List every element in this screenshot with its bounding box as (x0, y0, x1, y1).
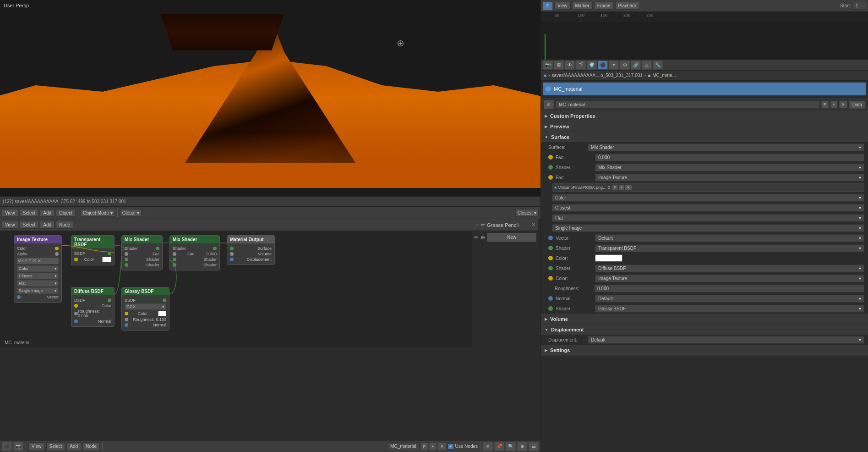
bottom-x-btn[interactable]: ✕ (438, 443, 446, 450)
color3-value[interactable]: Image Texture ▾ (595, 275, 864, 282)
volume-header[interactable]: ▶ Volume (541, 314, 868, 324)
timeline-toolbar[interactable]: ⏱ View Marker Frame Playback Start: 1 (541, 0, 868, 12)
socket-disp-in[interactable] (230, 258, 234, 261)
closest-dropdown[interactable]: Closest ▾ (552, 204, 864, 212)
bottom-add-btn[interactable]: Add (66, 442, 81, 450)
node-ctrl-row[interactable]: Vol 2 F ☑ ✕ (17, 258, 59, 264)
preview-section[interactable]: ▶ Preview (541, 121, 868, 132)
node-ggx-dropdown[interactable]: GGX▾ (125, 303, 166, 310)
socket-glossy-normal[interactable] (125, 323, 128, 327)
material-name-row[interactable]: ⊙ MC_material F + ✕ Data (541, 99, 868, 111)
node-view-btn[interactable]: View (2, 221, 18, 229)
node-single-dropdown[interactable]: Single Image▾ (17, 287, 59, 294)
material-list[interactable]: MC_material (541, 81, 868, 99)
mat-f-btn[interactable]: F (821, 101, 829, 108)
fac2-dot[interactable] (548, 175, 553, 180)
mat-link-btn[interactable]: + (830, 101, 837, 108)
socket-glossy-color[interactable] (125, 312, 128, 315)
use-nodes-toggle[interactable]: ✓ (448, 443, 454, 450)
bottom-icon-2[interactable]: 📷 (13, 442, 23, 451)
toolbar-3d[interactable]: View Select Add Object Object Mode ▾ Glo… (0, 206, 540, 219)
color-dropdown[interactable]: Color ▾ (552, 194, 864, 202)
surface-section[interactable]: ▼ Surface Surface: Mix Shader ▾ Fac: 0.0… (541, 132, 868, 314)
normal-dot[interactable] (548, 296, 553, 301)
props-icon-physics[interactable]: ⚙ (620, 61, 630, 70)
socket-shader2-in[interactable] (125, 263, 128, 267)
timeline-panel[interactable]: ⏱ View Marker Frame Playback Start: 1 50… (540, 0, 868, 60)
props-icons-row[interactable]: 📷 🖥 👁 🎬 🌍 ⚫ ✦ ⚙ 🔗 △ 🔧 (541, 60, 868, 71)
vector-dot[interactable] (548, 236, 553, 240)
bottom-view-btn[interactable]: View (28, 442, 45, 450)
props-icon-view[interactable]: 👁 (565, 61, 575, 70)
displacement-value[interactable]: Default ▾ (588, 336, 864, 344)
shader3-dot[interactable] (548, 266, 553, 270)
socket-diffuse-normal[interactable] (74, 320, 78, 323)
props-icon-render[interactable]: 📷 (543, 61, 553, 70)
shader-value[interactable]: Mix Shader ▾ (595, 164, 864, 171)
settings-header[interactable]: ▶ Settings (541, 345, 868, 355)
fac-value[interactable]: 0.000 (595, 154, 864, 161)
file-link-btn[interactable]: + (619, 185, 624, 190)
props-icon-modifiers[interactable]: 🔧 (653, 61, 663, 70)
bottom-icon-7[interactable]: ☰ (529, 442, 539, 451)
timeline-icon-clock[interactable]: ⏱ (543, 1, 553, 11)
shader3-value[interactable]: Diffuse BSDF ▾ (595, 265, 864, 272)
flat-dropdown[interactable]: Flat ▾ (552, 214, 864, 222)
grease-check-icon[interactable]: ✓ (475, 222, 479, 228)
bottom-icon-1[interactable]: ⚫ (2, 442, 12, 451)
color-dropdown-row[interactable]: Color ▾ (541, 193, 868, 203)
socket-diffuse-color[interactable] (74, 304, 78, 308)
bottom-icon-4[interactable]: 📌 (494, 442, 504, 451)
single-image-dropdown[interactable]: Single Image ▾ (552, 224, 864, 232)
bottom-mat-name[interactable]: MC_material (387, 442, 420, 450)
color-swatch-white[interactable] (102, 257, 111, 262)
props-icon-data[interactable]: △ (642, 61, 652, 70)
select-menu-btn[interactable]: Select (20, 209, 39, 217)
single-image-row[interactable]: Single Image ▾ (541, 223, 868, 233)
socket-alpha-out[interactable] (55, 252, 59, 256)
color2-swatch[interactable] (595, 254, 622, 262)
material-name-input[interactable]: MC_material (556, 101, 819, 109)
normal-value[interactable]: Default ▾ (595, 295, 864, 303)
flat-dropdown-row[interactable]: Flat ▾ (541, 213, 868, 223)
socket-volume-in[interactable] (230, 252, 234, 256)
timeline-view-btn[interactable]: View (554, 2, 571, 10)
node-closest-dropdown[interactable]: Closest▾ (17, 273, 59, 279)
socket-fac-in[interactable] (125, 252, 128, 256)
color2-dot[interactable] (548, 256, 553, 260)
props-icon-particles[interactable]: ✦ (609, 61, 619, 70)
view-menu-btn[interactable]: View (2, 209, 18, 217)
bottom-icon-3[interactable]: ≡ (483, 442, 493, 451)
socket-glossy-rough[interactable] (125, 318, 128, 321)
global-dropdown[interactable]: Global ▾ (120, 209, 142, 217)
node-editor-toolbar[interactable]: View Select Add Node (0, 219, 472, 231)
socket-glossy-out[interactable] (163, 298, 166, 302)
shader4-dot[interactable] (548, 306, 553, 311)
node-transparent-bsdf[interactable]: Transparent BSDF BSDF Color (71, 235, 115, 265)
node-image-texture[interactable]: Image Texture Color Alpha Vol 2 F ☑ ✕ Co… (14, 235, 62, 303)
socket-shader-out2[interactable] (213, 247, 217, 250)
props-icon-constraints[interactable]: 🔗 (631, 61, 641, 70)
viewport-3d[interactable]: User Persp ⊕ (122) saves/AAAAAAAAAA -375… (0, 0, 540, 206)
node-flat-dropdown[interactable]: Flat▾ (17, 280, 59, 287)
timeline-marker-btn[interactable]: Marker (572, 2, 593, 10)
props-icon-world[interactable]: 🌍 (587, 61, 597, 70)
props-icon-material[interactable]: ⚫ (598, 61, 608, 70)
node-editor[interactable]: View Select Add Node Image Texture Color… (0, 219, 472, 347)
socket-bsdf-out[interactable] (108, 252, 111, 255)
shader-dot[interactable] (548, 165, 553, 170)
timeline-playback-btn[interactable]: Playback (615, 2, 640, 10)
closest-dropdown[interactable]: Closest ▾ (515, 209, 539, 217)
file-row[interactable]: ■ VolcanoFinal-RGBA.png... 2 F + ✕ (541, 182, 868, 193)
add-menu-btn[interactable]: Add (40, 209, 55, 217)
volume-section[interactable]: ▶ Volume (541, 314, 868, 325)
socket-shader1-in[interactable] (125, 258, 128, 261)
object-menu-btn[interactable]: Object (56, 209, 76, 217)
glossy-color-swatch[interactable] (158, 311, 166, 316)
timeline-ruler[interactable]: 50 100 150 200 250 (541, 12, 868, 22)
color3-dot[interactable] (548, 276, 553, 281)
custom-properties-section[interactable]: ▶ Custom Properties (541, 111, 868, 121)
socket-vector-in[interactable] (17, 295, 21, 299)
bottom-f-btn[interactable]: F (421, 443, 428, 450)
shader2-dot[interactable] (548, 246, 553, 250)
